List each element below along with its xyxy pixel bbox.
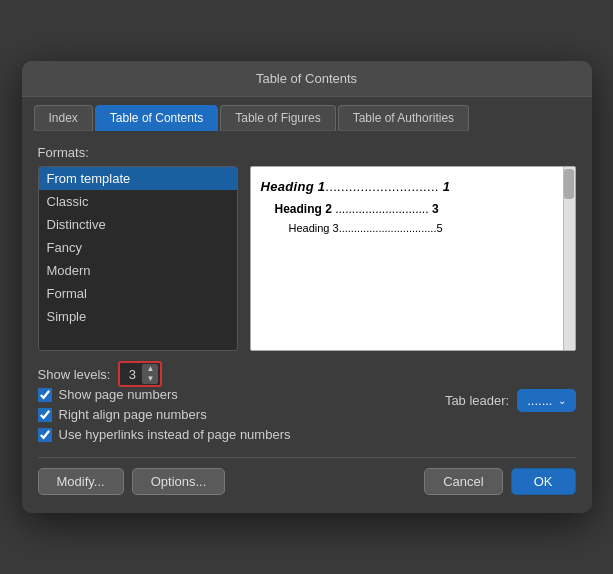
show-page-numbers-row: Show page numbers: [38, 387, 445, 402]
ok-button[interactable]: OK: [511, 468, 576, 495]
main-row: From template Classic Distinctive Fancy …: [38, 166, 576, 351]
formats-list[interactable]: From template Classic Distinctive Fancy …: [38, 166, 238, 351]
checkboxes-section: Show page numbers Right align page numbe…: [38, 387, 445, 447]
formats-label: Formats:: [38, 145, 576, 160]
preview-box: Heading 1............................. 1…: [250, 166, 576, 351]
bottom-buttons-row: Modify... Options... Cancel OK: [38, 468, 576, 499]
show-levels-row: Show levels: 3 ▲ ▼: [38, 361, 576, 387]
right-align-label: Right align page numbers: [59, 407, 207, 422]
preview-heading1: Heading 1............................. 1: [261, 179, 565, 194]
divider: [38, 457, 576, 458]
right-buttons: Cancel OK: [424, 468, 575, 495]
options-area: Show page numbers Right align page numbe…: [38, 387, 576, 447]
preview-heading2: Heading 2 ............................ 3: [275, 202, 565, 216]
list-item-from-template[interactable]: From template: [39, 167, 237, 190]
list-item-simple[interactable]: Simple: [39, 305, 237, 328]
levels-value: 3: [122, 367, 142, 382]
chevron-down-icon: ⌄: [558, 395, 566, 406]
use-hyperlinks-row: Use hyperlinks instead of page numbers: [38, 427, 445, 442]
levels-box: 3 ▲ ▼: [118, 361, 162, 387]
list-item-modern[interactable]: Modern: [39, 259, 237, 282]
tab-leader-label: Tab leader:: [445, 393, 509, 408]
levels-increment-button[interactable]: ▲: [142, 364, 158, 374]
show-levels-label: Show levels:: [38, 367, 111, 382]
tab-tof[interactable]: Table of Figures: [220, 105, 335, 131]
scrollbar-thumb: [564, 169, 574, 199]
use-hyperlinks-label: Use hyperlinks instead of page numbers: [59, 427, 291, 442]
tab-toc[interactable]: Table of Contents: [95, 105, 218, 131]
title-bar: Table of Contents: [22, 61, 592, 97]
tabs-container: Index Table of Contents Table of Figures…: [22, 97, 592, 131]
show-page-numbers-label: Show page numbers: [59, 387, 178, 402]
right-align-row: Right align page numbers: [38, 407, 445, 422]
dialog: Table of Contents Index Table of Content…: [22, 61, 592, 513]
preview-scrollbar[interactable]: [563, 167, 575, 350]
levels-decrement-button[interactable]: ▼: [142, 374, 158, 384]
list-item-distinctive[interactable]: Distinctive: [39, 213, 237, 236]
tab-leader-dropdown-button[interactable]: ....... ⌄: [517, 389, 575, 412]
tab-leader-value: .......: [527, 393, 552, 408]
cancel-button[interactable]: Cancel: [424, 468, 502, 495]
levels-stepper: ▲ ▼: [142, 364, 158, 384]
use-hyperlinks-checkbox[interactable]: [38, 428, 52, 442]
tab-toa[interactable]: Table of Authorities: [338, 105, 469, 131]
tab-leader-area: Tab leader: ....... ⌄: [445, 387, 576, 412]
list-item-formal[interactable]: Formal: [39, 282, 237, 305]
preview-heading3: Heading 3...............................…: [289, 222, 565, 234]
list-item-fancy[interactable]: Fancy: [39, 236, 237, 259]
content-area: Formats: From template Classic Distincti…: [22, 131, 592, 513]
right-align-checkbox[interactable]: [38, 408, 52, 422]
dialog-title: Table of Contents: [256, 71, 357, 86]
left-buttons: Modify... Options...: [38, 468, 226, 495]
options-button[interactable]: Options...: [132, 468, 226, 495]
tab-index[interactable]: Index: [34, 105, 93, 131]
show-page-numbers-checkbox[interactable]: [38, 388, 52, 402]
list-item-classic[interactable]: Classic: [39, 190, 237, 213]
modify-button[interactable]: Modify...: [38, 468, 124, 495]
